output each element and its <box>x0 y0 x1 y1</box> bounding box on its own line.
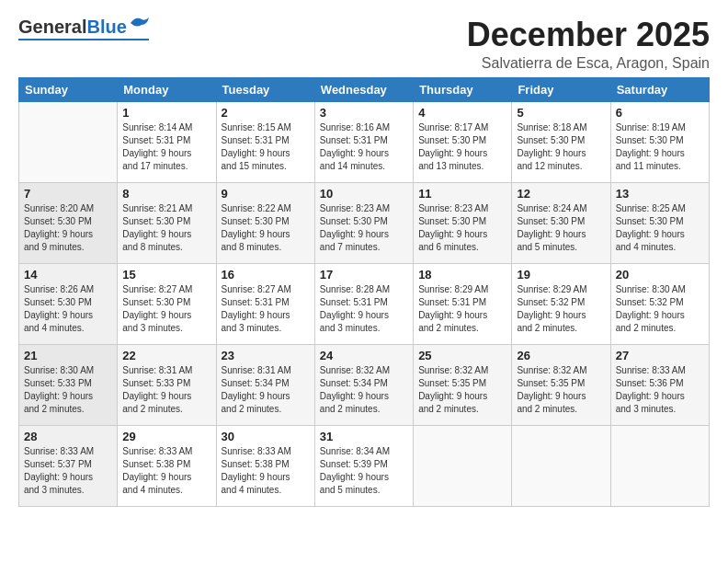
calendar-cell: 9Sunrise: 8:22 AMSunset: 5:30 PMDaylight… <box>216 182 314 263</box>
day-number: 4 <box>418 106 506 120</box>
day-info: Sunrise: 8:33 AMSunset: 5:37 PMDaylight:… <box>24 445 112 497</box>
calendar-cell: 10Sunrise: 8:23 AMSunset: 5:30 PMDayligh… <box>314 182 413 263</box>
calendar-week-row: 7Sunrise: 8:20 AMSunset: 5:30 PMDaylight… <box>19 182 710 263</box>
day-number: 24 <box>320 349 408 362</box>
day-number: 28 <box>24 430 112 443</box>
weekday-header-thursday: Thursday <box>414 77 512 101</box>
calendar-cell: 17Sunrise: 8:28 AMSunset: 5:31 PMDayligh… <box>314 263 413 344</box>
day-number: 5 <box>517 106 605 120</box>
day-info: Sunrise: 8:20 AMSunset: 5:30 PMDaylight:… <box>24 202 112 254</box>
day-number: 1 <box>122 106 210 120</box>
calendar-cell: 15Sunrise: 8:27 AMSunset: 5:30 PMDayligh… <box>118 263 216 344</box>
calendar-cell: 3Sunrise: 8:16 AMSunset: 5:31 PMDaylight… <box>314 101 413 182</box>
day-info: Sunrise: 8:24 AMSunset: 5:30 PMDaylight:… <box>517 202 605 254</box>
day-number: 20 <box>616 268 704 282</box>
calendar-cell: 6Sunrise: 8:19 AMSunset: 5:30 PMDaylight… <box>610 101 709 182</box>
calendar-cell: 4Sunrise: 8:17 AMSunset: 5:30 PMDaylight… <box>414 101 512 182</box>
calendar-cell: 22Sunrise: 8:31 AMSunset: 5:33 PMDayligh… <box>118 344 216 425</box>
calendar-cell: 1Sunrise: 8:14 AMSunset: 5:31 PMDaylight… <box>118 101 216 182</box>
day-info: Sunrise: 8:15 AMSunset: 5:31 PMDaylight:… <box>222 121 310 173</box>
calendar-week-row: 14Sunrise: 8:26 AMSunset: 5:30 PMDayligh… <box>19 263 710 344</box>
day-info: Sunrise: 8:28 AMSunset: 5:31 PMDaylight:… <box>320 283 408 335</box>
day-number: 27 <box>616 349 704 362</box>
day-info: Sunrise: 8:16 AMSunset: 5:31 PMDaylight:… <box>320 121 408 173</box>
day-info: Sunrise: 8:23 AMSunset: 5:30 PMDaylight:… <box>418 202 506 254</box>
calendar-cell: 7Sunrise: 8:20 AMSunset: 5:30 PMDaylight… <box>19 182 118 263</box>
calendar-cell: 31Sunrise: 8:34 AMSunset: 5:39 PMDayligh… <box>314 425 413 506</box>
weekday-header-sunday: Sunday <box>19 77 118 101</box>
day-number: 13 <box>616 187 704 201</box>
calendar-cell: 18Sunrise: 8:29 AMSunset: 5:31 PMDayligh… <box>414 263 512 344</box>
day-number: 12 <box>517 187 605 201</box>
day-info: Sunrise: 8:30 AMSunset: 5:33 PMDaylight:… <box>24 364 112 416</box>
logo: General Blue <box>18 17 149 40</box>
day-info: Sunrise: 8:33 AMSunset: 5:38 PMDaylight:… <box>222 445 310 497</box>
day-number: 23 <box>222 349 310 362</box>
calendar-cell: 12Sunrise: 8:24 AMSunset: 5:30 PMDayligh… <box>512 182 610 263</box>
calendar-week-row: 28Sunrise: 8:33 AMSunset: 5:37 PMDayligh… <box>19 425 710 506</box>
day-info: Sunrise: 8:23 AMSunset: 5:30 PMDaylight:… <box>320 202 408 254</box>
day-info: Sunrise: 8:14 AMSunset: 5:31 PMDaylight:… <box>122 121 210 173</box>
day-info: Sunrise: 8:30 AMSunset: 5:32 PMDaylight:… <box>616 283 704 335</box>
day-number: 3 <box>320 106 408 120</box>
month-title: December 2025 <box>467 17 710 53</box>
day-number: 17 <box>320 268 408 282</box>
calendar-cell: 27Sunrise: 8:33 AMSunset: 5:36 PMDayligh… <box>610 344 709 425</box>
calendar-cell <box>414 425 512 506</box>
calendar-cell: 8Sunrise: 8:21 AMSunset: 5:30 PMDaylight… <box>118 182 216 263</box>
day-info: Sunrise: 8:25 AMSunset: 5:30 PMDaylight:… <box>616 202 704 254</box>
title-block: December 2025 Salvatierra de Esca, Arago… <box>467 17 710 72</box>
day-info: Sunrise: 8:29 AMSunset: 5:31 PMDaylight:… <box>418 283 506 335</box>
day-number: 15 <box>122 268 210 282</box>
logo-bird-icon <box>129 16 149 30</box>
day-info: Sunrise: 8:32 AMSunset: 5:35 PMDaylight:… <box>517 364 605 416</box>
calendar-cell: 26Sunrise: 8:32 AMSunset: 5:35 PMDayligh… <box>512 344 610 425</box>
page: General Blue December 2025 Salvatierra d… <box>0 0 728 563</box>
day-info: Sunrise: 8:34 AMSunset: 5:39 PMDaylight:… <box>320 445 408 497</box>
day-number: 2 <box>222 106 310 120</box>
day-number: 21 <box>24 349 112 362</box>
calendar-cell: 11Sunrise: 8:23 AMSunset: 5:30 PMDayligh… <box>414 182 512 263</box>
calendar-cell: 19Sunrise: 8:29 AMSunset: 5:32 PMDayligh… <box>512 263 610 344</box>
day-info: Sunrise: 8:19 AMSunset: 5:30 PMDaylight:… <box>616 121 704 173</box>
logo-general: General <box>18 17 86 38</box>
day-number: 9 <box>222 187 310 201</box>
day-number: 7 <box>24 187 112 201</box>
calendar-week-row: 1Sunrise: 8:14 AMSunset: 5:31 PMDaylight… <box>19 101 710 182</box>
day-number: 14 <box>24 268 112 282</box>
calendar-cell: 24Sunrise: 8:32 AMSunset: 5:34 PMDayligh… <box>314 344 413 425</box>
day-info: Sunrise: 8:18 AMSunset: 5:30 PMDaylight:… <box>517 121 605 173</box>
calendar-cell: 16Sunrise: 8:27 AMSunset: 5:31 PMDayligh… <box>216 263 314 344</box>
day-info: Sunrise: 8:27 AMSunset: 5:31 PMDaylight:… <box>222 283 310 335</box>
day-number: 16 <box>222 268 310 282</box>
calendar-cell <box>19 101 118 182</box>
day-info: Sunrise: 8:33 AMSunset: 5:38 PMDaylight:… <box>122 445 210 497</box>
calendar-cell: 29Sunrise: 8:33 AMSunset: 5:38 PMDayligh… <box>118 425 216 506</box>
calendar-cell <box>512 425 610 506</box>
day-number: 19 <box>517 268 605 282</box>
day-number: 29 <box>122 430 210 443</box>
weekday-header-saturday: Saturday <box>610 77 709 101</box>
day-number: 22 <box>122 349 210 362</box>
day-number: 26 <box>517 349 605 362</box>
weekday-header-row: SundayMondayTuesdayWednesdayThursdayFrid… <box>19 77 710 101</box>
calendar-table: SundayMondayTuesdayWednesdayThursdayFrid… <box>18 77 710 507</box>
weekday-header-tuesday: Tuesday <box>216 77 314 101</box>
day-number: 18 <box>418 268 506 282</box>
calendar-cell: 13Sunrise: 8:25 AMSunset: 5:30 PMDayligh… <box>610 182 709 263</box>
day-number: 6 <box>616 106 704 120</box>
day-number: 25 <box>418 349 506 362</box>
calendar-cell: 23Sunrise: 8:31 AMSunset: 5:34 PMDayligh… <box>216 344 314 425</box>
weekday-header-friday: Friday <box>512 77 610 101</box>
day-info: Sunrise: 8:31 AMSunset: 5:34 PMDaylight:… <box>222 364 310 416</box>
day-number: 31 <box>320 430 408 443</box>
logo-blue: Blue <box>86 17 126 38</box>
day-info: Sunrise: 8:31 AMSunset: 5:33 PMDaylight:… <box>122 364 210 416</box>
day-info: Sunrise: 8:32 AMSunset: 5:35 PMDaylight:… <box>418 364 506 416</box>
day-info: Sunrise: 8:29 AMSunset: 5:32 PMDaylight:… <box>517 283 605 335</box>
day-number: 30 <box>222 430 310 443</box>
day-number: 8 <box>122 187 210 201</box>
day-info: Sunrise: 8:17 AMSunset: 5:30 PMDaylight:… <box>418 121 506 173</box>
calendar-cell: 2Sunrise: 8:15 AMSunset: 5:31 PMDaylight… <box>216 101 314 182</box>
calendar-cell: 20Sunrise: 8:30 AMSunset: 5:32 PMDayligh… <box>610 263 709 344</box>
